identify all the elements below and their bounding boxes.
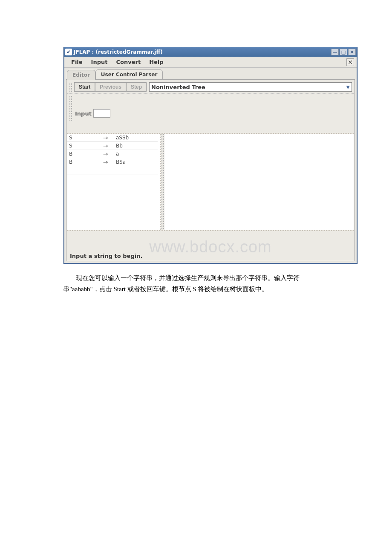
- tree-panel: [164, 134, 354, 230]
- toolbar-grip: [69, 82, 72, 92]
- step-button[interactable]: Step: [126, 82, 147, 92]
- input-field[interactable]: [93, 109, 110, 118]
- grammar-row[interactable]: S → Bb: [67, 142, 158, 150]
- splitter-grip[interactable]: [161, 134, 164, 230]
- grammar-rhs: a: [114, 151, 158, 157]
- menu-help[interactable]: Help: [145, 58, 167, 66]
- menubar: File Input Convert Help ✕: [64, 57, 357, 68]
- grammar-arrow: →: [97, 142, 114, 149]
- menu-file[interactable]: File: [67, 58, 87, 66]
- grammar-lhs: S: [67, 143, 97, 149]
- grammar-arrow: →: [97, 134, 114, 141]
- middle-panel: S → aSSb S → Bb B → a B: [67, 133, 354, 231]
- grammar-lhs: S: [67, 135, 97, 141]
- grammar-rhs: Bb: [114, 143, 158, 149]
- tabbar: Editor User Control Parser: [64, 68, 357, 79]
- grammar-rhs: aSSb: [114, 135, 158, 141]
- grammar-lhs: B: [67, 159, 97, 165]
- start-button[interactable]: Start: [74, 82, 95, 92]
- toolbar: Start Previous Step Noninverted Tree ▼: [67, 81, 354, 94]
- grammar-row[interactable]: B → BSa: [67, 158, 158, 166]
- grammar-arrow: →: [97, 159, 114, 165]
- input-label: Input: [75, 110, 92, 117]
- grammar-arrow: →: [97, 150, 114, 157]
- menu-input[interactable]: Input: [87, 58, 112, 66]
- tree-mode-value: Noninverted Tree: [151, 84, 205, 90]
- input-grip: [69, 95, 72, 121]
- input-row: Input: [67, 94, 354, 133]
- close-button[interactable]: ✕: [348, 49, 356, 55]
- tab-editor[interactable]: Editor: [67, 70, 95, 80]
- menu-convert[interactable]: Convert: [112, 58, 145, 66]
- maximize-button[interactable]: □: [340, 49, 347, 55]
- grammar-row[interactable]: S → aSSb: [67, 134, 158, 142]
- tree-mode-select[interactable]: Noninverted Tree ▼: [149, 82, 352, 92]
- window-title: JFLAP : (restrictedGrammar.jff): [74, 49, 163, 55]
- grammar-table: S → aSSb S → Bb B → a B: [67, 134, 161, 230]
- grammar-row-empty[interactable]: [67, 166, 158, 174]
- grammar-row[interactable]: B → a: [67, 150, 158, 158]
- tab-user-control-parser[interactable]: User Control Parser: [95, 69, 163, 79]
- previous-button[interactable]: Previous: [95, 82, 126, 92]
- app-icon: ✔: [65, 49, 72, 55]
- grammar-rhs: BSa: [114, 159, 158, 165]
- titlebar: ✔ JFLAP : (restrictedGrammar.jff) — □ ✕: [64, 47, 357, 57]
- description-text: 现在您可以输入一个字符串，并通过选择生产规则来导出那个字符串。输入字符 串"aa…: [63, 273, 358, 295]
- inner-close-button[interactable]: ✕: [346, 58, 354, 66]
- status-area: www.bdocx.com Input a string to begin.: [67, 231, 354, 260]
- grammar-lhs: B: [67, 151, 97, 157]
- minimize-button[interactable]: —: [331, 49, 339, 55]
- chevron-down-icon: ▼: [343, 84, 350, 90]
